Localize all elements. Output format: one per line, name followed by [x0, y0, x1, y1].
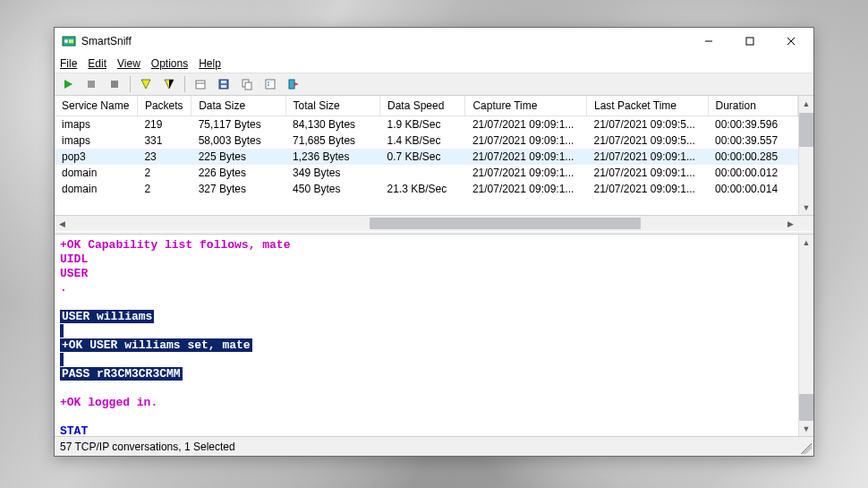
cell-dataspeed: 1.4 KB/Sec — [380, 133, 465, 149]
cell-totalsize: 349 Bytes — [285, 165, 379, 181]
col-duration[interactable]: Duration — [708, 96, 797, 116]
cell-lastpacket: 21/07/2021 09:09:5... — [586, 133, 708, 149]
connections-table-container: Service Name Packets Data Size Total Siz… — [55, 96, 813, 216]
window-title: SmartSniff — [81, 35, 132, 47]
cell-service: imaps — [55, 133, 137, 149]
svg-point-21 — [268, 81, 269, 83]
col-totalsize[interactable]: Total Size — [285, 96, 379, 116]
table-row[interactable]: imaps21975,117 Bytes84,130 Bytes1.9 KB/S… — [55, 116, 798, 133]
scroll-down-icon[interactable]: ▼ — [799, 200, 813, 215]
cell-lastpacket: 21/07/2021 09:09:1... — [586, 181, 708, 197]
start-capture-button[interactable] — [58, 74, 78, 94]
scroll-up-icon[interactable]: ▲ — [799, 96, 813, 111]
stream-pane: +OK Capability list follows, mate UIDL U… — [55, 235, 813, 436]
connections-table: Service Name Packets Data Size Total Siz… — [55, 96, 798, 197]
cell-capturetime: 21/07/2021 09:09:1... — [465, 165, 587, 181]
cell-duration: 00:00:39.596 — [708, 116, 797, 133]
col-datasize[interactable]: Data Size — [191, 96, 285, 116]
maximize-button[interactable] — [729, 29, 770, 54]
menu-file[interactable]: File — [60, 57, 77, 70]
cell-datasize: 226 Bytes — [191, 165, 285, 181]
stream-text[interactable]: +OK Capability list follows, mate UIDL U… — [55, 235, 798, 436]
resize-grip[interactable] — [801, 443, 812, 454]
svg-rect-17 — [221, 85, 226, 88]
scroll-up-icon[interactable]: ▲ — [799, 235, 813, 250]
clear-button[interactable] — [105, 74, 124, 94]
svg-rect-23 — [289, 80, 294, 89]
table-row[interactable]: pop323225 Bytes1,236 Bytes0.7 KB/Sec21/0… — [55, 149, 798, 165]
svg-marker-24 — [294, 82, 299, 86]
cell-totalsize: 84,130 Bytes — [285, 116, 379, 133]
col-capturetime[interactable]: Capture Time — [465, 96, 587, 116]
filter-exclude-button[interactable] — [159, 74, 179, 94]
cell-totalsize: 450 Bytes — [285, 181, 379, 197]
save-button[interactable] — [214, 74, 234, 94]
cell-capturetime: 21/07/2021 09:09:1... — [465, 181, 587, 197]
cell-duration: 00:00:00.285 — [708, 149, 797, 165]
cell-packets: 23 — [137, 149, 191, 165]
svg-rect-2 — [69, 39, 73, 43]
cell-totalsize: 71,685 Bytes — [285, 133, 379, 149]
svg-marker-10 — [141, 80, 150, 89]
app-icon — [62, 34, 76, 48]
cell-datasize: 327 Bytes — [191, 181, 285, 197]
col-dataspeed[interactable]: Data Speed — [380, 96, 465, 116]
svg-rect-9 — [111, 81, 118, 88]
scroll-thumb[interactable] — [370, 218, 641, 229]
menu-edit[interactable]: Edit — [88, 57, 106, 70]
svg-rect-8 — [88, 81, 95, 88]
svg-rect-4 — [746, 38, 753, 45]
stream-vscrollbar[interactable]: ▲ ▼ — [798, 235, 813, 436]
close-button[interactable] — [770, 29, 812, 54]
table-hscrollbar[interactable]: ◀ ▶ — [55, 216, 813, 231]
cell-packets: 331 — [137, 133, 191, 149]
cell-service: imaps — [55, 116, 137, 133]
cell-dataspeed — [380, 165, 465, 181]
cell-packets: 219 — [137, 116, 191, 133]
cell-datasize: 75,117 Bytes — [191, 116, 285, 133]
scroll-down-icon[interactable]: ▼ — [799, 421, 813, 436]
properties-button[interactable] — [260, 74, 280, 94]
titlebar[interactable]: SmartSniff — [55, 28, 813, 55]
cell-duration: 00:00:00.014 — [708, 181, 797, 197]
table-row[interactable]: imaps33158,003 Bytes71,685 Bytes1.4 KB/S… — [55, 133, 798, 149]
col-packets[interactable]: Packets — [137, 96, 191, 116]
stop-capture-button[interactable] — [81, 74, 101, 94]
minimize-button[interactable] — [688, 29, 729, 54]
open-button[interactable] — [191, 74, 210, 94]
app-window: SmartSniff File Edit View Options Help — [54, 27, 814, 457]
table-vscrollbar[interactable]: ▲ ▼ — [798, 96, 813, 215]
cell-lastpacket: 21/07/2021 09:09:1... — [586, 165, 708, 181]
copy-button[interactable] — [237, 74, 257, 94]
cell-dataspeed: 0.7 KB/Sec — [380, 149, 465, 165]
cell-service: domain — [55, 181, 137, 197]
filter-include-button[interactable] — [136, 74, 156, 94]
scroll-thumb[interactable] — [799, 113, 813, 147]
cell-duration: 00:00:00.012 — [708, 165, 797, 181]
table-row[interactable]: domain2226 Bytes349 Bytes21/07/2021 09:0… — [55, 165, 798, 181]
table-row[interactable]: domain2327 Bytes450 Bytes21.3 KB/Sec21/0… — [55, 181, 798, 197]
cell-totalsize: 1,236 Bytes — [285, 149, 379, 165]
table-header-row: Service Name Packets Data Size Total Siz… — [55, 96, 798, 116]
cell-packets: 2 — [137, 165, 191, 181]
cell-duration: 00:00:39.557 — [708, 133, 797, 149]
scroll-left-icon[interactable]: ◀ — [55, 216, 70, 231]
cell-lastpacket: 21/07/2021 09:09:5... — [586, 116, 708, 133]
menu-options[interactable]: Options — [151, 57, 188, 70]
toolbar-sep — [184, 76, 185, 92]
col-service[interactable]: Service Name — [55, 96, 137, 116]
menu-view[interactable]: View — [117, 57, 140, 70]
scroll-thumb[interactable] — [799, 394, 813, 421]
svg-rect-16 — [221, 81, 226, 83]
scroll-right-icon[interactable]: ▶ — [783, 216, 798, 231]
cell-capturetime: 21/07/2021 09:09:1... — [465, 149, 587, 165]
statusbar: 57 TCP/IP conversations, 1 Selected — [55, 436, 813, 456]
menu-help[interactable]: Help — [199, 57, 221, 70]
cell-packets: 2 — [137, 181, 191, 197]
cell-capturetime: 21/07/2021 09:09:1... — [465, 116, 587, 133]
exit-button[interactable] — [284, 74, 303, 94]
col-lastpacket[interactable]: Last Packet Time — [586, 96, 708, 116]
svg-rect-13 — [196, 81, 205, 89]
cell-lastpacket: 21/07/2021 09:09:1... — [586, 149, 708, 165]
cell-capturetime: 21/07/2021 09:09:1... — [465, 133, 587, 149]
